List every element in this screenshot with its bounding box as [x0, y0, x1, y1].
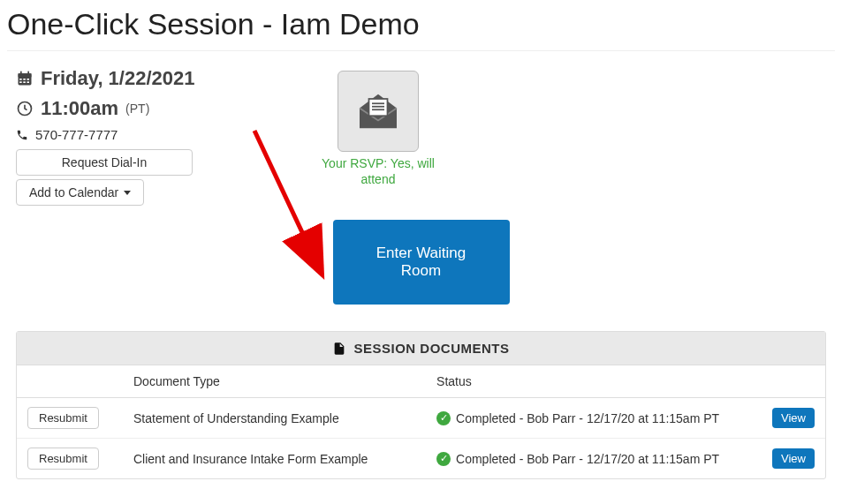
calendar-icon [16, 70, 34, 87]
add-to-calendar-dropdown[interactable]: Add to Calendar [16, 179, 144, 206]
table-row: ResubmitClient and Insurance Intake Form… [17, 439, 825, 479]
col-status-header: Status [426, 365, 762, 398]
add-to-calendar-label: Add to Calendar [29, 185, 118, 199]
page-title: One-Click Session - Iam Demo [7, 7, 835, 51]
svg-rect-6 [27, 79, 30, 80]
col-view-header [762, 365, 825, 398]
session-phone: 570-777-7777 [35, 127, 118, 142]
session-date: Friday, 1/22/2021 [41, 67, 195, 90]
svg-rect-7 [19, 81, 22, 83]
svg-rect-2 [20, 71, 22, 75]
check-circle-icon: ✓ [436, 452, 451, 466]
rsvp-status-text: Your RSVP: Yes, will attend [316, 155, 440, 187]
enter-waiting-room-button[interactable]: Enter Waiting Room [333, 220, 510, 305]
session-time: 11:00am [41, 97, 118, 120]
check-circle-icon: ✓ [436, 411, 451, 425]
svg-rect-1 [19, 73, 32, 77]
resubmit-button[interactable]: Resubmit [27, 407, 99, 429]
svg-rect-3 [27, 71, 29, 75]
view-button[interactable]: View [772, 408, 815, 428]
document-type-cell: Client and Insurance Intake Form Example [123, 439, 426, 479]
document-type-cell: Statement of Understanding Example [123, 398, 426, 439]
session-timezone: (PT) [125, 102, 149, 116]
request-dialin-button[interactable]: Request Dial-In [16, 149, 193, 176]
session-documents-title: SESSION DOCUMENTS [353, 341, 509, 356]
clock-icon [16, 100, 34, 117]
col-action-header [17, 365, 123, 398]
svg-rect-9 [27, 81, 30, 83]
view-button[interactable]: View [772, 448, 815, 469]
table-row: ResubmitStatement of Understanding Examp… [17, 398, 825, 439]
session-documents-panel: SESSION DOCUMENTS Document Type Status R… [16, 331, 826, 479]
rsvp-envelope-tile[interactable] [338, 71, 419, 152]
documents-table: Document Type Status ResubmitStatement o… [17, 365, 825, 478]
col-doctype-header: Document Type [123, 365, 426, 398]
status-text: Completed - Bob Parr - 12/17/20 at 11:15… [456, 411, 719, 425]
phone-icon [16, 129, 28, 141]
resubmit-button[interactable]: Resubmit [27, 448, 99, 470]
caret-down-icon [124, 191, 131, 195]
status-text: Completed - Bob Parr - 12/17/20 at 11:15… [456, 452, 719, 466]
svg-rect-5 [23, 79, 26, 80]
envelope-open-icon [353, 87, 403, 136]
documents-icon [332, 342, 346, 356]
svg-rect-8 [23, 81, 26, 83]
svg-rect-4 [19, 79, 22, 80]
